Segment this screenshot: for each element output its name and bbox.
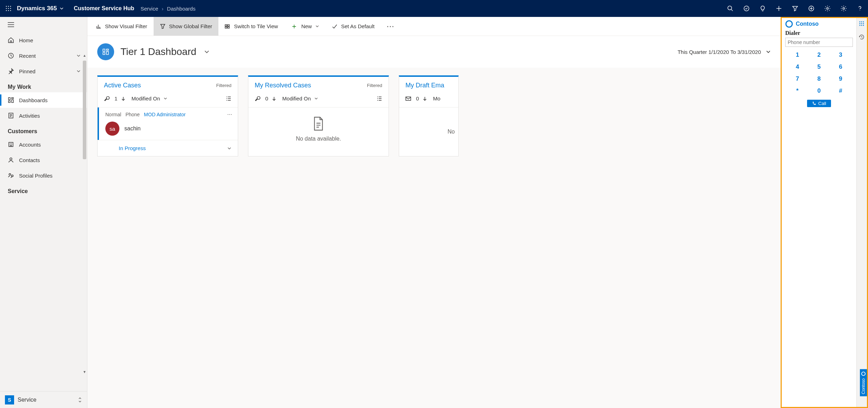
wrench-icon[interactable] — [104, 96, 110, 101]
right-rail: Contoso — [856, 18, 867, 407]
key-7[interactable]: 7 — [787, 74, 808, 84]
breadcrumb-current[interactable]: Dashboards — [167, 6, 196, 12]
key-0[interactable]: 0 — [808, 86, 830, 96]
breadcrumb-root[interactable]: Service — [141, 6, 158, 12]
key-6[interactable]: 6 — [830, 62, 851, 72]
key-2[interactable]: 2 — [808, 50, 830, 60]
key-1[interactable]: 1 — [787, 50, 808, 60]
sidebar-item-home[interactable]: Home — [0, 32, 87, 48]
gear-icon[interactable] — [819, 0, 836, 17]
svg-point-26 — [786, 21, 792, 27]
svg-point-20 — [12, 175, 13, 177]
card-count: 1 — [114, 95, 117, 101]
content: Show Visual Filter Show Global Filter Sw… — [87, 17, 781, 408]
scroll-up-icon[interactable]: ▲ — [82, 54, 87, 58]
area-switcher[interactable]: S Service — [0, 391, 87, 408]
card-resolved-cases: My Resolved Cases Filtered 0 Modified On… — [248, 75, 389, 156]
cmd-switch-tile[interactable]: Switch to Tile View — [218, 17, 284, 36]
product-name: Dynamics 365 — [17, 5, 57, 12]
sidebar-item-pinned[interactable]: Pinned — [0, 63, 87, 79]
card-title[interactable]: My Draft Ema — [405, 82, 444, 89]
cmd-new[interactable]: ＋ New — [284, 17, 326, 36]
key-5[interactable]: 5 — [808, 62, 830, 72]
svg-point-6 — [6, 10, 7, 11]
help-icon[interactable] — [852, 0, 868, 17]
chevron-down-icon[interactable] — [314, 97, 318, 100]
card-filtered-label: Filtered — [367, 83, 382, 88]
case-item[interactable]: Normal Phone MOD Administrator ⋯ sa sach… — [98, 107, 238, 140]
cmd-set-default-label: Set As Default — [341, 23, 374, 29]
cmd-overflow[interactable]: ⋯ — [381, 17, 401, 36]
sidebar-item-social[interactable]: Social Profiles — [0, 168, 87, 183]
area-badge: S — [5, 395, 14, 404]
svg-point-9 — [728, 6, 732, 10]
call-button[interactable]: Call — [807, 100, 831, 107]
key-4[interactable]: 4 — [787, 62, 808, 72]
scroll-down-icon[interactable]: ▼ — [82, 370, 87, 375]
key-hash[interactable]: # — [830, 86, 851, 96]
sidebar-item-recent[interactable]: Recent — [0, 48, 87, 63]
cmd-set-default[interactable]: Set As Default — [326, 17, 381, 36]
wrench-icon[interactable] — [255, 96, 260, 101]
app-name[interactable]: Customer Service Hub — [67, 5, 141, 12]
card-filtered-label: Filtered — [216, 83, 231, 88]
card-sort-label[interactable]: Modified On — [282, 95, 311, 101]
settings-icon[interactable] — [836, 0, 852, 17]
case-status-row[interactable]: In Progress — [98, 140, 238, 156]
sidebar-section-service: Service — [0, 183, 87, 197]
key-9[interactable]: 9 — [830, 74, 851, 84]
sidebar-item-activities[interactable]: Activities — [0, 108, 87, 123]
svg-point-12 — [827, 8, 829, 10]
add-icon[interactable] — [771, 0, 787, 17]
svg-rect-24 — [228, 27, 229, 28]
search-icon[interactable] — [722, 0, 738, 17]
sidebar-item-dashboards[interactable]: Dashboards — [0, 92, 87, 108]
sidebar-item-contacts[interactable]: Contacts — [0, 152, 87, 168]
product-brand[interactable]: Dynamics 365 — [17, 5, 67, 12]
card-sort-label[interactable]: Mo — [433, 95, 440, 101]
card-sort-label[interactable]: Modified On — [131, 95, 160, 101]
case-more[interactable]: ⋯ — [227, 112, 233, 117]
svg-point-0 — [6, 6, 7, 7]
sort-down-icon[interactable] — [121, 96, 126, 101]
circle-plus-icon[interactable] — [803, 0, 819, 17]
case-priority: Normal — [105, 112, 121, 117]
list-view-icon[interactable] — [377, 96, 382, 101]
chevron-down-icon — [227, 146, 231, 150]
card-title[interactable]: Active Cases — [104, 82, 141, 89]
key-star[interactable]: * — [787, 86, 808, 96]
svg-point-27 — [859, 21, 860, 23]
area-label: Service — [18, 397, 36, 403]
task-icon[interactable] — [738, 0, 755, 17]
sidebar-toggle[interactable] — [0, 17, 87, 32]
cmd-global-filter[interactable]: Show Global Filter — [154, 17, 219, 36]
lightbulb-icon[interactable] — [755, 0, 771, 17]
filter-icon[interactable] — [787, 0, 803, 17]
contoso-tab[interactable]: Contoso — [860, 369, 867, 396]
date-range-picker[interactable] — [766, 49, 771, 54]
call-label: Call — [818, 101, 826, 106]
list-view-icon[interactable] — [226, 96, 231, 101]
no-data-label: No — [448, 129, 455, 135]
sidebar-item-accounts[interactable]: Accounts — [0, 137, 87, 152]
history-icon[interactable] — [859, 34, 865, 41]
dashboard-picker[interactable] — [204, 49, 210, 55]
mail-icon[interactable] — [405, 96, 411, 101]
app-launcher-icon[interactable] — [0, 0, 17, 17]
sidebar-label-dashboards: Dashboards — [19, 97, 48, 103]
chevron-down-icon — [76, 69, 81, 73]
key-3[interactable]: 3 — [830, 50, 851, 60]
key-8[interactable]: 8 — [808, 74, 830, 84]
card-title[interactable]: My Resolved Cases — [255, 82, 311, 89]
case-owner[interactable]: MOD Administrator — [144, 112, 186, 117]
sort-down-icon[interactable] — [272, 96, 277, 101]
svg-point-7 — [8, 10, 9, 11]
sort-down-icon[interactable] — [422, 96, 427, 101]
cmd-visual-filter[interactable]: Show Visual Filter — [89, 17, 154, 36]
phone-input[interactable] — [785, 38, 853, 47]
chevron-down-icon[interactable] — [163, 97, 167, 100]
breadcrumb: Service › Dashboards — [141, 6, 196, 12]
scrollbar-thumb[interactable] — [83, 61, 86, 159]
dialpad-icon[interactable] — [859, 21, 865, 27]
case-title: sachin — [124, 125, 141, 132]
